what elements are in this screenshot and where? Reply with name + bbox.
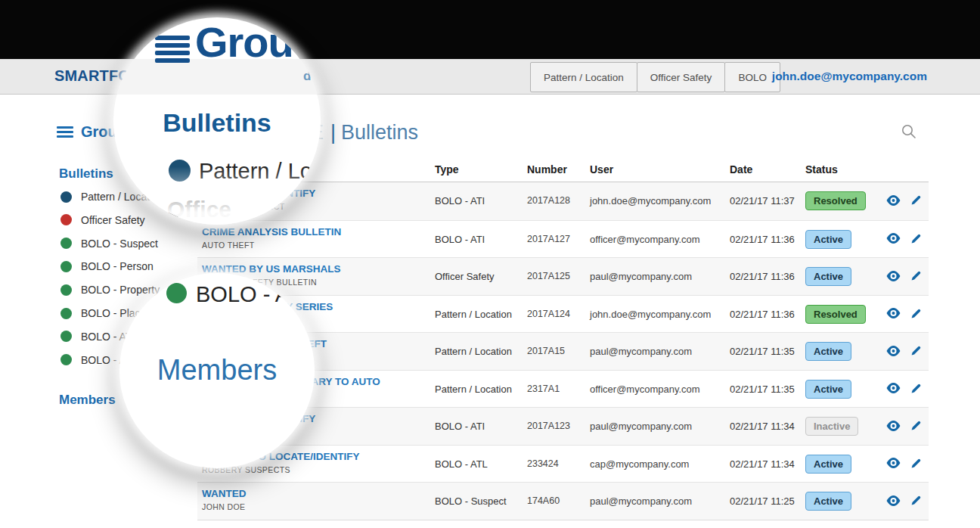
bulletin-type-dot-icon bbox=[60, 191, 72, 203]
status-badge: Inactive bbox=[805, 417, 858, 436]
magnifier-circle-bottom: BOLO - ATL Members bbox=[119, 273, 315, 468]
view-eye-icon[interactable] bbox=[886, 233, 901, 244]
header-tabs: Pattern / Location Officer Safety BOLO bbox=[531, 62, 780, 92]
sidebar-nav-item-label: Officer Safety bbox=[81, 214, 145, 226]
view-eye-icon[interactable] bbox=[886, 271, 901, 281]
cell-number: 2017A15 bbox=[527, 346, 565, 356]
tab-pattern-location[interactable]: Pattern / Location bbox=[530, 62, 637, 92]
row-actions bbox=[886, 420, 922, 431]
row-actions bbox=[886, 233, 922, 244]
view-eye-icon[interactable] bbox=[886, 495, 901, 506]
cell-date: 02/21/17 11:35 bbox=[730, 346, 795, 357]
bulletin-title-link[interactable]: WANTED bbox=[202, 488, 429, 499]
cell-number: 174A60 bbox=[527, 495, 560, 506]
cell-user: john.doe@mycompany.com bbox=[590, 309, 711, 320]
bulletin-type-dot-icon bbox=[60, 331, 72, 342]
magnified-members-heading: Members bbox=[119, 354, 315, 387]
cell-date: 02/21/17 11:36 bbox=[730, 234, 795, 245]
cell-status: Active bbox=[805, 230, 851, 249]
status-badge: Resolved bbox=[805, 191, 866, 210]
cell-status: Active bbox=[805, 342, 851, 361]
page-title-text: Bulletins bbox=[341, 121, 418, 144]
cell-type: Pattern / Location bbox=[435, 309, 512, 320]
cell-status: Active bbox=[805, 455, 851, 474]
table-row: ATTEMPT TO LOCATE/IDENTIFY ROBBERY SUSPE… bbox=[197, 445, 929, 483]
edit-pencil-icon[interactable] bbox=[910, 308, 922, 319]
edit-pencil-icon[interactable] bbox=[910, 420, 922, 431]
cell-number: 2017A124 bbox=[527, 309, 570, 319]
tab-officer-safety[interactable]: Officer Safety bbox=[637, 62, 726, 92]
sidebar-nav-item-label: BOLO - Person bbox=[81, 260, 154, 272]
cell-date: 02/21/17 11:34 bbox=[730, 458, 795, 470]
sidebar-members-heading[interactable]: Members bbox=[59, 393, 116, 408]
view-eye-icon[interactable] bbox=[886, 195, 901, 206]
cell-number: 2317A1 bbox=[527, 384, 560, 394]
edit-pencil-icon[interactable] bbox=[910, 194, 922, 206]
status-badge: Active bbox=[805, 380, 851, 399]
column-header-date: Date bbox=[730, 163, 752, 175]
table-row: ARMED ROBBERY SERIES Pattern / Location … bbox=[197, 295, 929, 333]
cell-type: BOLO - Suspect bbox=[435, 495, 507, 507]
cell-type: Officer Safety bbox=[435, 271, 495, 282]
edit-pencil-icon[interactable] bbox=[910, 495, 922, 506]
cell-type: BOLO - ATI bbox=[435, 421, 485, 432]
edit-pencil-icon[interactable] bbox=[910, 458, 922, 469]
sidebar-nav-item[interactable]: Officer Safety bbox=[60, 214, 145, 226]
view-eye-icon[interactable] bbox=[886, 421, 901, 431]
row-actions bbox=[886, 194, 922, 206]
view-eye-icon[interactable] bbox=[886, 346, 901, 356]
bulletin-subtitle: JOHN DOE bbox=[202, 502, 429, 511]
sidebar-nav-item-label: BOLO - Suspect bbox=[81, 238, 158, 250]
sidebar-nav-item[interactable]: BOLO - Person bbox=[60, 260, 154, 272]
cell-user: paul@mycompany.com bbox=[590, 421, 692, 432]
search-icon[interactable] bbox=[901, 123, 917, 140]
cell-status: Inactive bbox=[805, 417, 858, 436]
view-eye-icon[interactable] bbox=[886, 383, 901, 393]
cell-number: 2017A128 bbox=[527, 195, 570, 206]
cell-type: BOLO - ATL bbox=[435, 458, 488, 470]
bulletin-type-dot-icon bbox=[60, 214, 72, 225]
status-badge: Active bbox=[805, 267, 851, 286]
view-eye-icon[interactable] bbox=[886, 308, 901, 318]
edit-pencil-icon[interactable] bbox=[910, 383, 922, 394]
column-header-type: Type bbox=[435, 163, 459, 175]
view-eye-icon[interactable] bbox=[886, 458, 901, 468]
sidebar-bulletins-heading[interactable]: Bulletins bbox=[59, 166, 113, 182]
status-badge: Active bbox=[805, 230, 851, 249]
cell-user: paul@mycompany.com bbox=[590, 271, 692, 282]
app-window: SMARTFORCE Pattern / Location Officer Sa… bbox=[0, 0, 980, 528]
cell-date: 02/21/17 11:35 bbox=[730, 384, 795, 395]
hamburger-menu-icon[interactable] bbox=[57, 124, 73, 140]
status-badge: Active bbox=[805, 492, 851, 511]
edit-pencil-icon[interactable] bbox=[910, 270, 922, 281]
user-email-menu[interactable]: john.doe@mycompany.com bbox=[772, 70, 927, 83]
cell-status: Active bbox=[805, 267, 851, 286]
sidebar-nav-item-label: BOLO - Property bbox=[81, 284, 160, 296]
cell-status: Active bbox=[805, 380, 851, 399]
cell-status: Resolved bbox=[805, 191, 866, 210]
bulletin-type-dot-icon bbox=[60, 261, 72, 272]
edit-pencil-icon[interactable] bbox=[910, 233, 922, 244]
sidebar-nav-item[interactable]: BOLO - Suspect bbox=[60, 238, 158, 250]
sidebar-nav-item[interactable]: BOLO - Property bbox=[60, 284, 160, 296]
status-badge: Active bbox=[805, 342, 851, 361]
bulletin-type-dot-icon bbox=[60, 354, 72, 365]
table-row: WANTED JOHN DOE BOLO - Suspect 174A60 pa… bbox=[197, 482, 929, 520]
cell-user: paul@mycompany.com bbox=[590, 346, 692, 357]
row-actions bbox=[886, 458, 922, 469]
cell-date: 02/21/17 11:34 bbox=[730, 421, 795, 432]
table-row: ATTEMPT TO IDENTIFY BOLO - ATI 2017A123 … bbox=[197, 407, 929, 445]
bulletin-title-link[interactable]: CRIME ANALYSIS BULLETIN bbox=[202, 226, 429, 238]
sidebar-nav-item[interactable]: BOLO - Place bbox=[60, 307, 146, 319]
edit-pencil-icon[interactable] bbox=[910, 345, 922, 356]
cell-user: officer@mycompany.com bbox=[590, 234, 700, 245]
status-badge: Resolved bbox=[805, 305, 866, 324]
bulletin-type-dot-icon bbox=[60, 284, 72, 296]
cell-user: cap@mycompany.com bbox=[590, 458, 689, 470]
bulletin-title-link[interactable]: WANTED BY US MARSHALS bbox=[202, 263, 429, 275]
status-badge: Active bbox=[805, 455, 851, 474]
cell-type: BOLO - ATI bbox=[435, 195, 485, 207]
cell-date: 02/21/17 11:25 bbox=[730, 495, 795, 507]
table-row: CRIME ANALYSIS BULLETIN AUTO THEFT BOLO … bbox=[197, 220, 929, 258]
bulletin-title-cell: WANTED JOHN DOE bbox=[202, 488, 429, 511]
